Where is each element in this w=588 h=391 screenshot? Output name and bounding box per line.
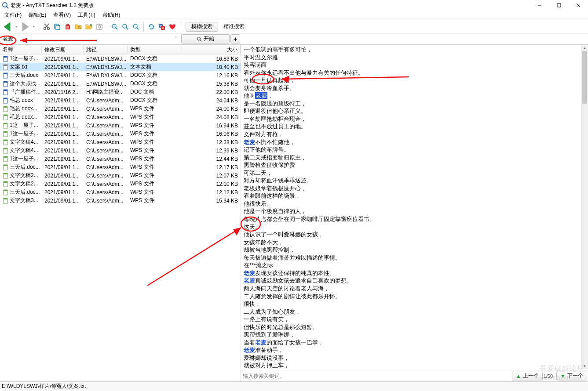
- table-row[interactable]: 文字文稿4...2021/09/01 1...C:\Users\Adm...WP…: [0, 146, 241, 155]
- svg-rect-60: [4, 131, 7, 133]
- table-row[interactable]: 这个大叔找...2021/09/01 1...E:\WLDYLSWJ...DOC…: [0, 80, 241, 88]
- zoom-reset-icon[interactable]: [131, 22, 141, 32]
- preview-line: 黑警检查征收保护费: [244, 161, 585, 169]
- search-dropdown-icon[interactable]: ˇ: [172, 36, 180, 41]
- preview-line: 可他一旦认真起来，: [244, 76, 585, 84]
- preview-line: 即便退役但他心系正义。: [244, 107, 585, 115]
- svg-marker-7: [22, 22, 29, 32]
- favorite-icon[interactable]: [168, 22, 177, 32]
- svg-rect-76: [4, 198, 7, 199]
- table-row[interactable]: 三天后.doc...2021/09/01 1...C:\Users\Adm...…: [0, 188, 241, 196]
- preview-scrollbar[interactable]: ▲ ▼: [581, 45, 588, 369]
- open-file-icon[interactable]: [84, 22, 94, 32]
- preview-find-input[interactable]: [243, 372, 509, 380]
- menu-edit[interactable]: 编辑(E): [25, 11, 50, 20]
- refresh-icon[interactable]: [146, 22, 156, 32]
- table-row[interactable]: 文字文稿2...2021/09/01 1...C:\Users\Adm...WP…: [0, 171, 241, 180]
- table-row[interactable]: 1这一屋子...2021/09/01 1...C:\Users\Adm...WP…: [0, 155, 241, 163]
- menu-file[interactable]: 文件(F): [1, 11, 25, 20]
- preview-line: 二人成为了知心朋友，: [244, 308, 585, 316]
- search-row: ˇ 开始 +: [0, 33, 588, 45]
- title-bar: 老麦 - AnyTXT Searcher 1.2 免费版: [0, 0, 588, 11]
- preview-line: 笑容满面: [244, 61, 585, 69]
- app-icon: [2, 2, 9, 9]
- preview-line: 对方却将血汗钱乖乖送还。: [244, 177, 585, 185]
- svg-line-33: [137, 28, 139, 29]
- preview-line: 一路上有说有笑，: [244, 315, 585, 323]
- search-input[interactable]: [1, 34, 171, 44]
- preview-line: 他认识了一个叫爱琳娜的女孩，: [244, 231, 585, 239]
- col-date[interactable]: 修改日期: [42, 45, 84, 54]
- svg-rect-70: [4, 173, 7, 174]
- col-name[interactable]: 名称: [0, 45, 42, 54]
- preview-line: 女孩年龄不大，: [244, 239, 585, 246]
- preview-line: 当着老麦的面给了女孩一巴掌，: [244, 339, 585, 347]
- svg-marker-6: [4, 22, 10, 32]
- settings-icon[interactable]: [95, 22, 104, 32]
- zoom-out-icon[interactable]: [121, 22, 130, 32]
- svg-rect-64: [4, 148, 7, 149]
- preview-line: 每晚八点都会坐在同一家咖啡厅固定靠窗座位看书。: [244, 215, 585, 223]
- preview-line: 他很快乐。: [244, 200, 585, 208]
- table-row[interactable]: 文字文稿4...2021/09/01 1...C:\Users\Adm...WP…: [0, 138, 241, 146]
- menu-tool[interactable]: 工具(T): [74, 11, 99, 20]
- svg-rect-50: [4, 90, 7, 91]
- status-bar: E:\WLDYLSWJ\样片\伸冤人\文案.txt: [0, 381, 588, 391]
- nav-forward-dropdown[interactable]: ▾: [32, 22, 36, 31]
- fuzzy-search-button[interactable]: 模糊搜索: [186, 22, 218, 32]
- svg-line-1: [7, 7, 9, 9]
- table-row[interactable]: 1这一屋子...2021/09/01 1...C:\Users\Adm...WP…: [0, 121, 241, 130]
- results-pane: 名称 修改日期 路径 类型 大小 1这一屋子...2021/09/01 1...…: [0, 45, 241, 381]
- nav-back-button[interactable]: [2, 22, 13, 31]
- nav-forward-button[interactable]: [19, 22, 31, 31]
- find-prev-button[interactable]: ▲上一个: [512, 372, 543, 380]
- maximize-button[interactable]: [549, 0, 569, 11]
- col-type[interactable]: 类型: [128, 45, 180, 54]
- table-row[interactable]: 毛总.docx2021/09/01 1...C:\Users\Adm...DOC…: [0, 96, 241, 105]
- preview-line: 他是一个极度自律的人，: [244, 207, 585, 215]
- scroll-up-icon[interactable]: ▲: [581, 45, 588, 51]
- table-row[interactable]: 三天后.docx2021/09/01 1...E:\WLDYLSWJ...DOC…: [0, 71, 241, 80]
- cut-icon[interactable]: [42, 22, 51, 32]
- start-search-button[interactable]: 开始: [181, 34, 230, 43]
- zoom-in-icon[interactable]: [110, 22, 120, 32]
- copy-icon[interactable]: [52, 22, 62, 32]
- preview-line: 二人随意发挥的剧情让彼此都乐开怀。: [244, 293, 585, 300]
- exact-search-label[interactable]: 精准搜索: [219, 22, 249, 32]
- preview-line: 老麦真诚鼓励女孩去追求自己喜欢的梦想。: [244, 277, 585, 285]
- preview-line: 记下他的车牌号。: [244, 146, 585, 154]
- table-row[interactable]: 毛总.docx...2021/09/01 1...C:\Users\Adm...…: [0, 113, 241, 121]
- table-row[interactable]: 三天后.doc...2021/09/01 1...C:\Users\Adm...…: [0, 163, 241, 171]
- table-row[interactable]: 1这一屋子...2021/09/01 1...E:\WLDYLSWJ...DOC…: [0, 54, 241, 63]
- col-size[interactable]: 大小: [180, 45, 241, 54]
- status-path: E:\WLDYLSWJ\样片\伸冤人\文案.txt: [2, 383, 86, 390]
- watermark: 吾爱破解论坛www.52pojie.cn: [540, 364, 584, 381]
- preview-line: 每天被迫做着痛苦并难以描述的事情。: [244, 254, 585, 262]
- preview-line: 可第二天，: [244, 169, 585, 177]
- preview-line: 老麦发现女孩还保持的纯真的本性。: [244, 269, 585, 277]
- close-button[interactable]: [569, 0, 588, 11]
- nav-back-dropdown[interactable]: ▾: [14, 22, 18, 31]
- menu-view[interactable]: 查看(V): [50, 11, 74, 20]
- add-search-button[interactable]: +: [230, 34, 240, 43]
- table-row[interactable]: 文字文稿3...2021/09/01 1...C:\Users\Adm...WP…: [0, 196, 241, 205]
- table-row[interactable]: 文案.txt2021/09/01 1...E:\WLDYLSWJ...文本文档1…: [0, 63, 241, 71]
- results-body: 1这一屋子...2021/09/01 1...E:\WLDYLSWJ...DOC…: [0, 54, 241, 381]
- table-row[interactable]: 1这一屋子...2021/09/01 1...C:\Users\Adm...WP…: [0, 130, 241, 138]
- translate-icon[interactable]: 文A: [157, 22, 167, 32]
- minimize-button[interactable]: [530, 0, 549, 11]
- preview-content[interactable]: 一个低调的高手有多可怕，平时温文尔雅笑容满面看外表你永远看不出他与暴力有关的任何…: [241, 45, 588, 370]
- preview-line: 一名劫匪抢劫柜台现金，: [244, 115, 585, 123]
- delete-icon[interactable]: [63, 22, 73, 32]
- svg-rect-42: [4, 56, 7, 58]
- menu-help[interactable]: 帮助(H): [99, 11, 124, 20]
- table-row[interactable]: 『广播稿件...2020/11/16 2...H:\网络主播资...DOC 文档…: [0, 88, 241, 96]
- folder-search-icon[interactable]: [73, 22, 83, 32]
- col-path[interactable]: 路径: [84, 45, 128, 54]
- preview-line: 就会变身冷血杀手。: [244, 84, 585, 92]
- svg-line-26: [116, 28, 117, 29]
- table-row[interactable]: 毛总.docx...2021/09/01 1...C:\Users\Adm...…: [0, 105, 241, 113]
- scroll-thumb[interactable]: [582, 51, 587, 104]
- table-row[interactable]: 文字文稿2...2021/09/01 1...C:\Users\Adm...WP…: [0, 180, 241, 188]
- svg-point-22: [98, 25, 101, 28]
